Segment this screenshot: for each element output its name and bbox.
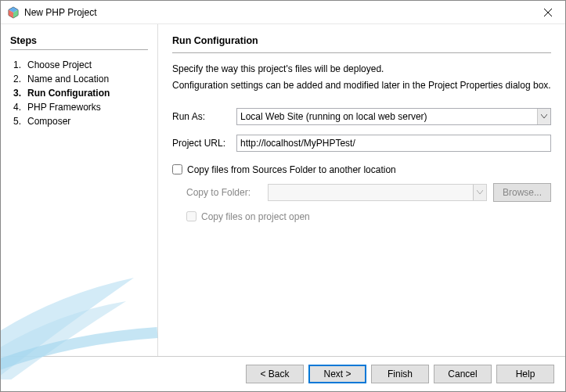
browse-button: Browse... <box>493 183 551 202</box>
close-button[interactable] <box>530 1 565 23</box>
step-label: Composer <box>27 116 70 127</box>
copy-to-select <box>268 184 487 201</box>
steps-heading: Steps <box>10 35 148 46</box>
steps-divider <box>10 49 148 50</box>
copy-on-open-checkbox <box>186 211 196 221</box>
titlebar: New PHP Project <box>1 1 565 24</box>
project-url-input[interactable] <box>236 135 551 152</box>
step-label: PHP Frameworks <box>27 102 101 113</box>
window-title: New PHP Project <box>24 7 530 18</box>
help-button[interactable]: Help <box>496 365 554 383</box>
step-number: 1. <box>10 59 27 70</box>
step-item: 5.Composer <box>10 114 148 128</box>
form: Run As: Local Web Site (running on local… <box>172 108 551 230</box>
run-as-label: Run As: <box>172 111 236 122</box>
footer: < Back Next > Finish Cancel Help <box>1 356 565 391</box>
step-item: 1.Choose Project <box>10 58 148 72</box>
copy-to-select-wrap <box>268 184 487 201</box>
copy-files-row: Copy files from Sources Folder to anothe… <box>172 164 551 175</box>
step-item: 4.PHP Frameworks <box>10 100 148 114</box>
app-icon <box>7 6 20 19</box>
main-panel: Run Configuration Specify the way this p… <box>158 24 565 356</box>
next-button[interactable]: Next > <box>308 365 366 383</box>
copy-files-label[interactable]: Copy files from Sources Folder to anothe… <box>187 164 396 175</box>
main-heading: Run Configuration <box>172 35 551 46</box>
main-divider <box>172 52 551 53</box>
steps-sidebar: Steps 1.Choose Project2.Name and Locatio… <box>1 24 157 356</box>
step-label: Name and Location <box>27 74 109 85</box>
step-item: 3.Run Configuration <box>10 86 148 100</box>
step-number: 5. <box>10 116 27 127</box>
finish-button[interactable]: Finish <box>371 365 429 383</box>
project-url-label: Project URL: <box>172 138 236 149</box>
copy-on-open-row: Copy files on project open <box>186 211 551 222</box>
copy-subgroup: Copy to Folder: Browse... Copy files on … <box>186 183 551 222</box>
step-number: 2. <box>10 74 27 85</box>
back-button[interactable]: < Back <box>246 365 304 383</box>
project-url-row: Project URL: <box>172 135 551 152</box>
steps-list: 1.Choose Project2.Name and Location3.Run… <box>10 58 148 128</box>
step-label: Run Configuration <box>27 88 110 99</box>
step-item: 2.Name and Location <box>10 72 148 86</box>
dialog-body: Steps 1.Choose Project2.Name and Locatio… <box>1 24 565 356</box>
dialog-window: New PHP Project Steps 1.Choose Project2.… <box>0 0 566 392</box>
step-number: 4. <box>10 102 27 113</box>
run-as-select-wrap: Local Web Site (running on local web ser… <box>236 108 551 125</box>
run-as-row: Run As: Local Web Site (running on local… <box>172 108 551 125</box>
copy-files-checkbox[interactable] <box>172 164 182 174</box>
copy-to-row: Copy to Folder: Browse... <box>186 183 551 202</box>
copy-to-label: Copy to Folder: <box>186 187 268 198</box>
run-as-select[interactable]: Local Web Site (running on local web ser… <box>236 108 551 125</box>
close-icon <box>544 9 552 16</box>
description-line-2: Configuration settings can be added and … <box>172 79 551 92</box>
step-number: 3. <box>10 88 27 99</box>
step-label: Choose Project <box>27 59 92 70</box>
cancel-button[interactable]: Cancel <box>434 365 492 383</box>
copy-on-open-label: Copy files on project open <box>201 211 310 222</box>
description-line-1: Specify the way this project's files wil… <box>172 63 551 76</box>
